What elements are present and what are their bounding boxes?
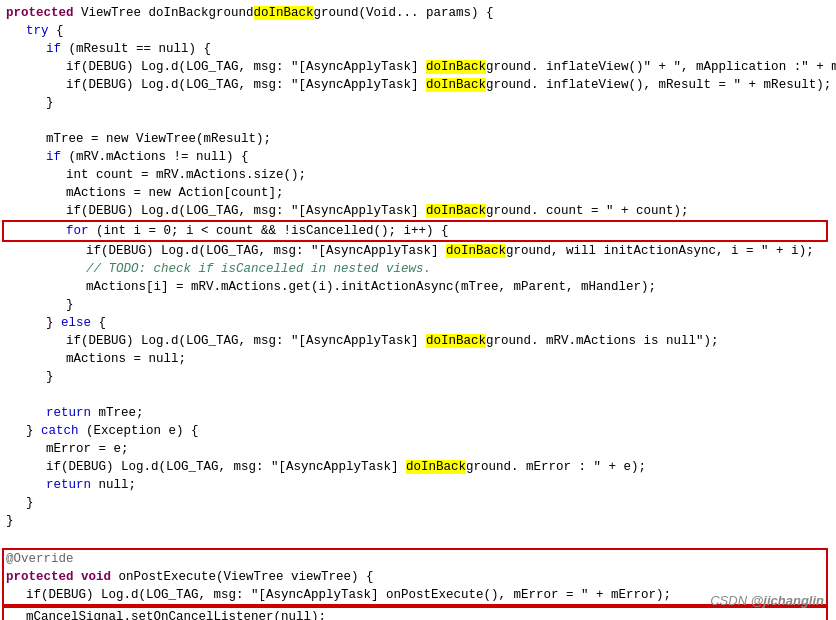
code-text: return null;	[46, 476, 832, 494]
code-line: if(DEBUG) Log.d(LOG_TAG, msg: "[AsyncApp…	[0, 332, 836, 350]
code-text: protected void onPostExecute(ViewTree vi…	[6, 568, 822, 586]
code-text: }	[46, 94, 832, 112]
code-text: mCancelSignal.setOnCancelListener(null);	[26, 608, 822, 620]
code-line: if(DEBUG) Log.d(LOG_TAG, msg: "[AsyncApp…	[0, 202, 836, 220]
code-text	[6, 386, 832, 404]
code-text: for (int i = 0; i < count && !isCancelle…	[66, 222, 822, 240]
code-text: if(DEBUG) Log.d(LOG_TAG, msg: "[AsyncApp…	[66, 58, 836, 76]
code-line: mTree = new ViewTree(mResult);	[0, 130, 836, 148]
code-text: if (mRV.mActions != null) {	[46, 148, 832, 166]
code-line	[0, 386, 836, 404]
code-line: try {	[0, 22, 836, 40]
code-line: }	[0, 94, 836, 112]
code-line: mActions[i] = mRV.mActions.get(i).initAc…	[0, 278, 836, 296]
code-line: for (int i = 0; i < count && !isCancelle…	[2, 220, 828, 242]
code-line: @Override	[2, 548, 828, 568]
code-text: } else {	[46, 314, 832, 332]
code-line: mActions = new Action[count];	[0, 184, 836, 202]
code-line	[0, 112, 836, 130]
code-text: mActions = new Action[count];	[66, 184, 832, 202]
code-text: mError = e;	[46, 440, 832, 458]
code-line: if (mRV.mActions != null) {	[0, 148, 836, 166]
code-line: // TODO: check if isCancelled in nested …	[0, 260, 836, 278]
code-text: if(DEBUG) Log.d(LOG_TAG, msg: "[AsyncApp…	[46, 458, 832, 476]
code-line: return null;	[0, 476, 836, 494]
code-line: }	[0, 512, 836, 530]
code-text: if(DEBUG) Log.d(LOG_TAG, msg: "[AsyncApp…	[26, 586, 822, 604]
code-line: if (mResult == null) {	[0, 40, 836, 58]
code-text: int count = mRV.mActions.size();	[66, 166, 832, 184]
code-line: mError = e;	[0, 440, 836, 458]
code-text: }	[26, 494, 832, 512]
code-line: if(DEBUG) Log.d(LOG_TAG, msg: "[AsyncApp…	[0, 76, 836, 94]
code-line: }	[0, 296, 836, 314]
code-text: }	[6, 512, 832, 530]
code-line: mActions = null;	[0, 350, 836, 368]
code-line: if(DEBUG) Log.d(LOG_TAG, msg: "[AsyncApp…	[0, 58, 836, 76]
code-line: } catch (Exception e) {	[0, 422, 836, 440]
code-text: if(DEBUG) Log.d(LOG_TAG, msg: "[AsyncApp…	[66, 332, 832, 350]
watermark: CSDN @jichanglin	[710, 593, 824, 608]
code-text	[6, 530, 832, 548]
code-text: try {	[26, 22, 832, 40]
code-line	[0, 530, 836, 548]
code-text: mActions[i] = mRV.mActions.get(i).initAc…	[86, 278, 832, 296]
code-line: return mTree;	[0, 404, 836, 422]
code-editor: protected ViewTree doInBackgrounddoInBac…	[0, 0, 836, 620]
code-text: if (mResult == null) {	[46, 40, 832, 58]
code-text: @Override	[6, 550, 822, 568]
code-line: } else {	[0, 314, 836, 332]
code-text: }	[66, 296, 832, 314]
code-text: mTree = new ViewTree(mResult);	[46, 130, 832, 148]
code-line: if(DEBUG) Log.d(LOG_TAG, msg: "[AsyncApp…	[0, 458, 836, 476]
code-line: }	[0, 368, 836, 386]
code-line: mCancelSignal.setOnCancelListener(null);	[2, 606, 828, 620]
code-text: mActions = null;	[66, 350, 832, 368]
code-text: }	[46, 368, 832, 386]
code-text	[6, 112, 832, 130]
code-line: }	[0, 494, 836, 512]
code-line: if(DEBUG) Log.d(LOG_TAG, msg: "[AsyncApp…	[0, 242, 836, 260]
code-line: protected void onPostExecute(ViewTree vi…	[2, 568, 828, 586]
code-text: return mTree;	[46, 404, 832, 422]
code-line: if(DEBUG) Log.d(LOG_TAG, msg: "[AsyncApp…	[2, 586, 828, 606]
code-text: if(DEBUG) Log.d(LOG_TAG, msg: "[AsyncApp…	[66, 202, 832, 220]
code-text: protected ViewTree doInBackgrounddoInBac…	[6, 4, 832, 22]
code-text: // TODO: check if isCancelled in nested …	[86, 260, 832, 278]
code-text: if(DEBUG) Log.d(LOG_TAG, msg: "[AsyncApp…	[86, 242, 832, 260]
code-line: int count = mRV.mActions.size();	[0, 166, 836, 184]
code-text: } catch (Exception e) {	[26, 422, 832, 440]
code-line: protected ViewTree doInBackgrounddoInBac…	[0, 4, 836, 22]
code-text: if(DEBUG) Log.d(LOG_TAG, msg: "[AsyncApp…	[66, 76, 832, 94]
